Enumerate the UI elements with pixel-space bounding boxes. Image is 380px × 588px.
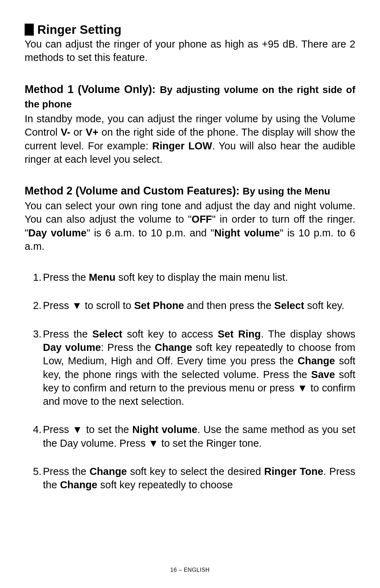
text-run: Press the [43, 328, 92, 340]
text-run: soft key to select the desired [127, 466, 264, 477]
text-run: or [70, 126, 86, 138]
text-run: . The display shows [261, 328, 355, 340]
section-title: Ringer Setting [37, 23, 121, 37]
method2-title: Method 2 (Volume and Custom Features): [25, 185, 240, 197]
text-run: and then press the [184, 300, 274, 311]
bold-run: Ringer Tone [264, 466, 323, 477]
step-5: Press the Change soft key to select the … [43, 465, 355, 492]
steps-list: Press the Menu soft key to display the m… [25, 271, 355, 491]
method1-body: In standby mode, you can adjust the ring… [25, 112, 355, 166]
bold-run: Day volume [28, 227, 87, 239]
intro-paragraph: You can adjust the ringer of your phone … [25, 37, 355, 64]
bold-run: Ringer LOW [152, 140, 212, 151]
text-run: soft key. [304, 300, 344, 311]
bold-run: Change [89, 466, 127, 477]
bold-run: V+ [86, 126, 98, 138]
method2-body: You can select your own ring tone and ad… [25, 199, 355, 253]
method2-heading: Method 2 (Volume and Custom Features): B… [25, 184, 355, 198]
bold-run: Menu [89, 272, 116, 283]
step-3: Press the Select soft key to access Set … [43, 327, 355, 408]
text-run: Press ▼ to scroll to [43, 300, 134, 311]
step-4: Press ▼ to set the Night volume. Use the… [43, 423, 355, 450]
bold-run: V- [61, 126, 70, 138]
bold-run: Select [274, 300, 304, 311]
bold-run: OFF [192, 213, 212, 225]
bold-run: Save [311, 369, 335, 380]
text-run: Press the [43, 272, 89, 283]
bold-run: Change [155, 342, 192, 353]
heading-marker-icon [25, 24, 34, 36]
text-run: Press ▼ to set the [43, 424, 132, 435]
text-run: soft key to access [122, 328, 218, 340]
bold-run: Change [60, 479, 97, 490]
page-footer: 16 – ENGLISH [0, 567, 380, 573]
method1-heading: Method 1 (Volume Only): By adjusting vol… [25, 82, 355, 112]
step-2: Press ▼ to scroll to Set Phone and then … [43, 299, 355, 312]
text-run: : Press the [101, 342, 155, 353]
text-run: " is 6 a.m. to 10 p.m. and " [87, 227, 214, 239]
method2-subtitle: By using the Menu [242, 186, 330, 197]
text-run: soft key to display the main menu list. [115, 272, 288, 283]
bold-run: Day volume [43, 342, 101, 353]
bold-run: Night volume [214, 227, 280, 239]
step-1: Press the Menu soft key to display the m… [43, 271, 355, 284]
bold-run: Night volume [132, 424, 197, 435]
text-run: soft key repeatedly to choose [97, 479, 233, 490]
section-heading: Ringer Setting [25, 23, 355, 37]
bold-run: Change [298, 355, 335, 366]
bold-run: Set Phone [134, 300, 184, 311]
method1-title: Method 1 (Volume Only): [25, 83, 156, 95]
bold-run: Select [92, 328, 122, 340]
bold-run: Set Ring [218, 328, 261, 340]
text-run: Press the [43, 466, 89, 477]
